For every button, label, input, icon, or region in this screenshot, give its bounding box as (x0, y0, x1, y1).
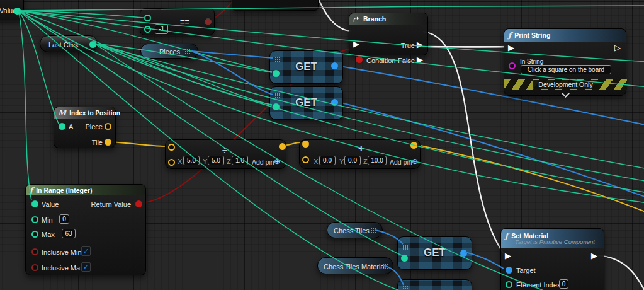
equals-input1-pin[interactable] (144, 14, 151, 21)
divide-z-field[interactable]: 1.0 (232, 156, 248, 165)
inrange-inclusive-min-label: Inclusive Min (42, 248, 82, 256)
get1-output-pin[interactable] (331, 62, 338, 69)
add-add-pin-icon[interactable]: ⊕ (412, 157, 418, 166)
inrange-max-pin[interactable] (31, 231, 38, 238)
divide-input1-pin[interactable] (168, 144, 175, 151)
equals-input2-field[interactable]: -1 (155, 24, 168, 34)
add-y-field[interactable]: 0.0 (344, 156, 361, 165)
add-input2-pin[interactable] (302, 156, 309, 163)
index-to-position-title: Index to Position (69, 110, 120, 117)
branch-false-pin[interactable]: ▶ (417, 55, 423, 64)
node-get-3[interactable]: GET (397, 236, 472, 270)
divide-y-field[interactable]: 5.0 (208, 156, 224, 165)
node-last-click[interactable]: Last Click (40, 35, 98, 52)
node-chess-tiles-material[interactable]: Chess Tiles Material (317, 257, 393, 274)
get1-index-pin[interactable] (273, 70, 280, 77)
blueprint-canvas[interactable]: Value Last Click -1 == Pieces Branch ▶ C… (0, 0, 644, 290)
set-material-element-index-label: Element Index (516, 281, 560, 289)
value-output-pin[interactable] (14, 8, 21, 14)
collapse-chevron-icon[interactable] (562, 90, 570, 98)
wire-teal-1 (19, 6, 644, 11)
node-add-vector[interactable]: X 0.0 Y 0.0 + Z 10.0 Add pin ⊕ (299, 139, 421, 169)
divide-input2-pin[interactable] (168, 159, 175, 166)
divide-add-pin-label[interactable]: Add pin (252, 158, 274, 166)
divide-add-pin-icon[interactable]: ⊕ (274, 157, 280, 166)
set-material-exec-in-pin[interactable]: ▶ (505, 252, 511, 260)
print-string-exec-out-pin[interactable]: ▷ (614, 44, 621, 52)
inrange-min-pin[interactable] (31, 216, 38, 223)
inrange-inclusive-min-pin[interactable] (31, 248, 38, 255)
chess-tiles-array-icon[interactable] (371, 228, 372, 229)
inrange-inclusive-max-pin[interactable] (31, 264, 38, 271)
node-print-string[interactable]: ƒ Print String ▶ ▷ In String Click a squ… (504, 28, 626, 96)
node-pieces[interactable]: Pieces (140, 44, 198, 59)
inrange-return-pin[interactable] (135, 200, 142, 207)
node-in-range[interactable]: ƒ In Range (Integer) Value Return Value … (25, 184, 146, 276)
wire-branch-true-to-setmaterial (423, 32, 504, 253)
index-to-position-header: M Index to Position (54, 107, 115, 119)
divide-output-pin[interactable] (279, 143, 286, 150)
last-click-label: Last Click (48, 41, 79, 49)
add-input1-pin[interactable] (302, 141, 309, 148)
add-add-pin-label[interactable]: Add pin (390, 158, 412, 166)
add-output-pin[interactable] (410, 142, 417, 149)
divide-x-label: X (178, 158, 182, 165)
set-material-exec-out-pin[interactable]: ▶ (591, 252, 597, 260)
itp-a-pin[interactable] (59, 123, 65, 130)
node-set-material[interactable]: ƒ Set Material Target is Primitive Compo… (500, 228, 604, 290)
node-get-1[interactable]: GET (269, 50, 343, 84)
equals-output-pin[interactable] (205, 18, 212, 25)
inrange-min-field[interactable]: 0 (59, 214, 69, 224)
branch-true-pin[interactable]: ▶ (417, 40, 423, 49)
inrange-max-field[interactable]: 63 (62, 229, 76, 238)
inrange-min-label: Min (42, 216, 53, 224)
node-chess-tiles[interactable]: Chess Tiles (327, 222, 383, 238)
get3-index-pin[interactable] (401, 255, 408, 262)
branch-condition-pin[interactable] (356, 56, 363, 63)
branch-exec-in-pin[interactable]: ▶ (353, 40, 359, 48)
function-icon: ƒ (508, 32, 511, 39)
set-material-element-index-field[interactable]: 0 (559, 279, 568, 289)
set-material-target-pin[interactable] (506, 267, 512, 274)
print-string-exec-in-pin[interactable]: ▶ (508, 44, 514, 52)
pieces-array-icon[interactable] (185, 49, 186, 50)
itp-piece-pin[interactable] (105, 123, 111, 130)
instring-field[interactable]: Click a square on the board (521, 65, 611, 74)
set-material-element-index-pin[interactable] (506, 281, 512, 288)
equals-input2-pin[interactable] (144, 26, 151, 33)
get1-array-icon[interactable] (275, 57, 276, 58)
node-index-to-position[interactable]: M Index to Position A Piece Tile (54, 107, 116, 148)
node-branch[interactable]: Branch ▶ Condition True ▶ False ▶ (349, 13, 428, 55)
node-equals[interactable]: -1 == (140, 8, 215, 35)
node-get-4[interactable] (397, 279, 472, 290)
print-string-instring-pin[interactable] (509, 62, 516, 69)
divide-x-field[interactable]: 5.0 (183, 156, 200, 165)
inrange-value-pin[interactable] (31, 200, 38, 207)
get3-output-pin[interactable] (460, 250, 467, 257)
itp-a-label: A (69, 123, 73, 130)
inrange-inclusive-min-checkbox[interactable]: ✓ (81, 246, 91, 256)
last-click-output-pin[interactable] (89, 41, 96, 48)
wire-teal-2 (19, 11, 144, 18)
get2-array-icon[interactable] (275, 93, 276, 95)
node-value-source[interactable]: Value (0, 0, 24, 20)
node-get-2[interactable]: GET (269, 86, 343, 120)
chess-tiles-label: Chess Tiles (334, 227, 370, 235)
get2-index-pin[interactable] (273, 103, 280, 110)
get4-array-icon[interactable] (403, 286, 404, 287)
macro-icon: M (58, 109, 66, 117)
inrange-inclusive-max-checkbox[interactable]: ✓ (81, 262, 91, 272)
function-icon: ƒ (505, 232, 508, 240)
add-x-field[interactable]: 0.0 (319, 156, 336, 165)
node-top-partial[interactable] (232, 0, 319, 11)
get3-array-icon[interactable] (403, 245, 404, 246)
node-divide-vector[interactable]: X 5.0 Y 5.0 ÷ Z 1.0 Add pin ⊕ (165, 139, 286, 169)
add-z-field[interactable]: 10.0 (368, 156, 387, 165)
function-icon: ƒ (30, 187, 33, 194)
wire-teal-7 (19, 11, 59, 124)
itp-tile-pin[interactable] (105, 139, 111, 146)
get2-output-pin[interactable] (331, 99, 338, 106)
inrange-return-label: Return Value (91, 200, 131, 208)
set-material-subtitle: Target is Primitive Component (515, 238, 600, 245)
chess-tiles-material-array-icon[interactable] (383, 264, 384, 265)
